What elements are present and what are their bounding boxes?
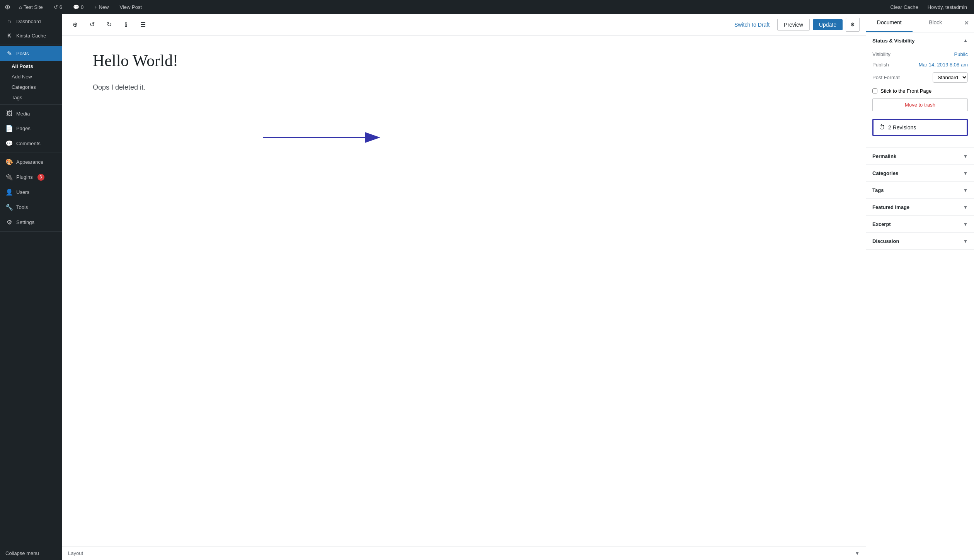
view-post-item[interactable]: View Post (117, 4, 144, 10)
publish-value[interactable]: Mar 14, 2019 8:08 am (919, 62, 968, 68)
tools-icon: 🔧 (5, 204, 13, 211)
right-panel: Document Block ✕ Status & Visibility ▼ V… (866, 14, 974, 560)
discussion-chevron-icon: ▼ (963, 239, 968, 244)
publish-label: Publish (872, 62, 889, 68)
editor-container: ⊕ ↺ ↻ ℹ ☰ Switch to Draft Preview Update… (62, 14, 866, 560)
tab-document[interactable]: Document (866, 14, 913, 32)
post-body[interactable]: Oops I deleted it. (93, 82, 835, 93)
sidebar-item-plugins[interactable]: 🔌 Plugins 3 (0, 170, 62, 185)
redo-button[interactable]: ↻ (102, 18, 116, 32)
section-discussion: Discussion ▼ (866, 233, 974, 250)
updates-item[interactable]: ↺ 6 (51, 4, 65, 10)
settings-icon: ⚙ (5, 219, 13, 226)
wp-logo-icon[interactable]: ⊕ (5, 3, 10, 11)
home-icon: ⌂ (19, 4, 22, 10)
sidebar-item-media[interactable]: 🖼 Media (0, 106, 62, 121)
excerpt-chevron-icon: ▼ (963, 222, 968, 227)
plugins-icon: 🔌 (5, 173, 13, 181)
sidebar-item-settings[interactable]: ⚙ Settings (0, 215, 62, 230)
status-visibility-chevron-icon: ▼ (963, 38, 968, 44)
content-wrapper: ⊕ ↺ ↻ ℹ ☰ Switch to Draft Preview Update… (62, 14, 974, 560)
layout-chevron-icon: ▼ (855, 551, 860, 556)
undo-button[interactable]: ↺ (85, 18, 99, 32)
info-button[interactable]: ℹ (119, 18, 133, 32)
post-format-select[interactable]: Standard Aside Gallery (933, 72, 968, 83)
layout-label: Layout (68, 550, 83, 556)
sidebar-item-posts[interactable]: ✎ Posts (0, 46, 62, 61)
new-item[interactable]: + New (92, 4, 111, 10)
howdy-item[interactable]: Howdy, testadmin (925, 4, 969, 10)
move-to-trash-wrapper: Move to trash (872, 97, 968, 113)
section-status-visibility: Status & Visibility ▼ Visibility Public … (866, 32, 974, 148)
annotation-arrow (62, 36, 866, 546)
visibility-value[interactable]: Public (954, 51, 968, 57)
tab-block[interactable]: Block (913, 14, 959, 32)
tags-title: Tags (872, 187, 884, 193)
editor-bottom[interactable]: Layout ▼ (62, 546, 866, 560)
visibility-label: Visibility (872, 51, 891, 57)
section-tags: Tags ▼ (866, 182, 974, 199)
sidebar-item-users[interactable]: 👤 Users (0, 185, 62, 200)
section-excerpt-header[interactable]: Excerpt ▼ (866, 216, 974, 232)
excerpt-title: Excerpt (872, 221, 891, 227)
update-button[interactable]: Update (813, 19, 843, 30)
pages-icon: 📄 (5, 125, 13, 132)
sidebar-divider-4 (0, 231, 62, 232)
editor-content[interactable]: Hello World! Oops I deleted it. (62, 36, 866, 546)
comments-icon: 💬 (73, 4, 79, 10)
sidebar-item-dashboard[interactable]: ⌂ Dashboard (0, 14, 62, 29)
sidebar-sub-add-new[interactable]: Add New (0, 71, 62, 82)
site-name[interactable]: ⌂ Test Site (17, 4, 45, 10)
clear-cache-item[interactable]: Clear Cache (888, 4, 920, 10)
stick-front-page-checkbox[interactable] (872, 88, 877, 93)
section-discussion-header[interactable]: Discussion ▼ (866, 233, 974, 249)
post-title[interactable]: Hello World! (93, 51, 835, 70)
sidebar-divider-2 (0, 104, 62, 105)
section-categories-header[interactable]: Categories ▼ (866, 165, 974, 182)
panel-close-button[interactable]: ✕ (959, 14, 974, 32)
collapse-menu[interactable]: Collapse menu (0, 546, 62, 560)
sidebar-item-kinsta-cache[interactable]: K Kinsta Cache (0, 29, 62, 42)
revisions-wrapper: ⏱ 2 Revisions (872, 113, 968, 142)
sidebar-item-appearance[interactable]: 🎨 Appearance (0, 154, 62, 170)
section-status-visibility-header[interactable]: Status & Visibility ▼ (866, 32, 974, 49)
section-permalink-header[interactable]: Permalink ▼ (866, 148, 974, 165)
preview-button[interactable]: Preview (777, 19, 810, 31)
sidebar-item-comments[interactable]: 💬 Comments (0, 136, 62, 151)
add-block-button[interactable]: ⊕ (68, 18, 82, 32)
admin-bar: ⊕ ⌂ Test Site ↺ 6 💬 0 + New View Post Cl… (0, 0, 974, 14)
section-status-title: Status & Visibility (872, 38, 915, 44)
section-permalink: Permalink ▼ (866, 148, 974, 165)
sidebar-sub-categories[interactable]: Categories (0, 82, 62, 92)
media-icon: 🖼 (5, 110, 13, 117)
section-status-content: Visibility Public Publish Mar 14, 2019 8… (866, 49, 974, 148)
section-tags-header[interactable]: Tags ▼ (866, 182, 974, 199)
sidebar-item-pages[interactable]: 📄 Pages (0, 121, 62, 136)
comments-nav-icon: 💬 (5, 140, 13, 147)
revisions-label: 2 Revisions (888, 124, 916, 131)
sidebar-divider-1 (0, 44, 62, 44)
section-featured-image-header[interactable]: Featured Image ▼ (866, 199, 974, 216)
sidebar-sub-all-posts[interactable]: All Posts (0, 61, 62, 71)
stick-front-page-label: Stick to the Front Page (880, 88, 931, 94)
list-view-button[interactable]: ☰ (136, 18, 150, 32)
section-categories: Categories ▼ (866, 165, 974, 182)
discussion-title: Discussion (872, 238, 899, 244)
section-excerpt: Excerpt ▼ (866, 216, 974, 233)
kinsta-icon: K (5, 32, 13, 39)
move-to-trash-button[interactable]: Move to trash (872, 98, 968, 111)
panel-tabs: Document Block ✕ (866, 14, 974, 32)
posts-icon: ✎ (5, 50, 13, 57)
settings-panel-button[interactable]: ⚙ (846, 18, 860, 32)
dashboard-icon: ⌂ (5, 18, 13, 25)
categories-chevron-icon: ▼ (963, 171, 968, 176)
section-featured-image: Featured Image ▼ (866, 199, 974, 216)
sidebar-item-tools[interactable]: 🔧 Tools (0, 200, 62, 215)
revisions-button[interactable]: ⏱ 2 Revisions (872, 119, 968, 136)
publish-row: Publish Mar 14, 2019 8:08 am (872, 59, 968, 70)
toolbar-right: Switch to Draft Preview Update ⚙ (730, 18, 860, 32)
sidebar-sub-tags[interactable]: Tags (0, 92, 62, 103)
comments-item[interactable]: 💬 0 (71, 4, 86, 10)
switch-to-draft-button[interactable]: Switch to Draft (730, 19, 774, 30)
plugins-badge: 3 (37, 174, 44, 181)
